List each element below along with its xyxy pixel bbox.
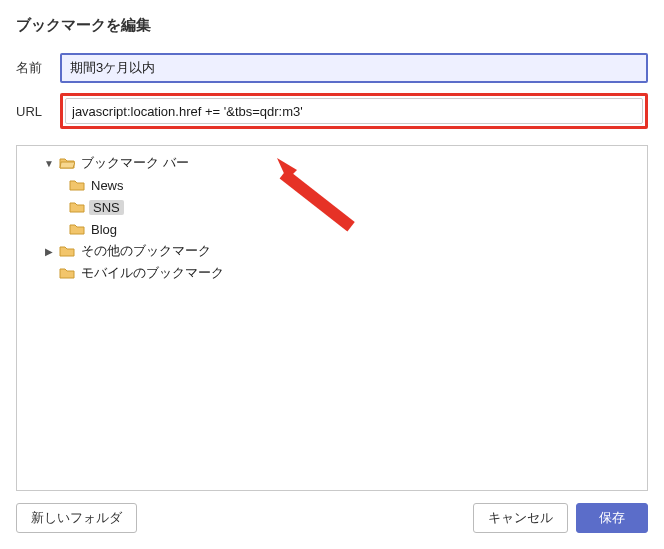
folder-tree-item[interactable]: ▼ブックマーク バー (21, 152, 643, 174)
folder-tree-item[interactable]: Blog (21, 218, 643, 240)
folder-icon (69, 200, 85, 214)
chevron-down-icon[interactable]: ▼ (43, 158, 55, 169)
folder-label: ブックマーク バー (79, 154, 189, 172)
folder-label: Blog (89, 222, 117, 237)
save-button[interactable]: 保存 (576, 503, 648, 533)
folder-icon (59, 244, 75, 258)
folder-label: その他のブックマーク (79, 242, 211, 260)
chevron-right-icon[interactable]: ▶ (43, 246, 55, 257)
folder-tree-item[interactable]: ▶その他のブックマーク (21, 240, 643, 262)
url-label: URL (16, 104, 60, 119)
dialog-title: ブックマークを編集 (16, 16, 648, 35)
folder-tree-item[interactable]: モバイルのブックマーク (21, 262, 643, 284)
new-folder-button[interactable]: 新しいフォルダ (16, 503, 137, 533)
folder-tree[interactable]: ▼ブックマーク バーNewsSNSBlog▶その他のブックマークモバイルのブック… (16, 145, 648, 491)
name-label: 名前 (16, 59, 60, 77)
folder-tree-item[interactable]: News (21, 174, 643, 196)
folder-label: モバイルのブックマーク (79, 264, 224, 282)
folder-tree-item[interactable]: SNS (21, 196, 643, 218)
dialog-buttons: 新しいフォルダ キャンセル 保存 (16, 503, 648, 533)
name-input[interactable] (60, 53, 648, 83)
url-input[interactable] (65, 98, 643, 124)
url-highlight-box (60, 93, 648, 129)
folder-open-icon (59, 156, 75, 170)
folder-label: SNS (89, 200, 124, 215)
folder-label: News (89, 178, 124, 193)
folder-icon (69, 178, 85, 192)
url-row: URL (16, 93, 648, 129)
edit-bookmark-dialog: ブックマークを編集 名前 URL ▼ブックマーク バーNewsSNSBlog▶そ… (0, 0, 664, 549)
cancel-button[interactable]: キャンセル (473, 503, 568, 533)
name-row: 名前 (16, 53, 648, 83)
folder-icon (59, 266, 75, 280)
folder-icon (69, 222, 85, 236)
